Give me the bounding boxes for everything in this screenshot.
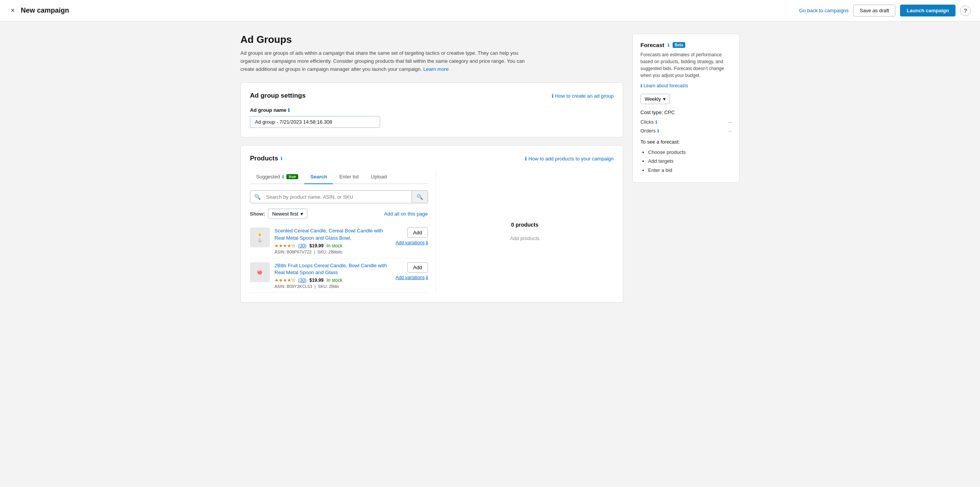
product-ids: ASIN: B08P67V7Z2 | SKU: 2Billsllc: [274, 250, 391, 254]
search-submit-button[interactable]: 🔍: [412, 191, 428, 203]
products-left: Suggested ℹ true Search Enter list Uploa…: [250, 170, 428, 293]
product-thumbnail-2: 🍬: [250, 262, 270, 282]
show-row: Show: Newest first ▾ Add all on this pag…: [250, 209, 428, 219]
product-actions: Add Add variations ℹ: [395, 227, 428, 245]
products-card-header: Products ℹ ℹ How to add products to your…: [250, 155, 614, 162]
forecast-header: Forecast ℹ Beta: [640, 42, 732, 48]
tab-suggested[interactable]: Suggested ℹ true: [250, 170, 304, 184]
products-title-group: Products ℹ: [250, 155, 283, 162]
info-icon-tab: ℹ: [282, 174, 284, 180]
products-tabs: Suggested ℹ true Search Enter list Uploa…: [250, 170, 428, 184]
product-stock-2: In stock: [327, 278, 342, 283]
products-card: Products ℹ ℹ How to add products to your…: [240, 145, 623, 302]
tab-search[interactable]: Search: [304, 170, 333, 184]
product-stock: In stock: [327, 243, 342, 248]
card-header: Ad group settings ℹ How to create an ad …: [250, 92, 614, 100]
forecast-description: Forecasts are estimates of performance b…: [640, 51, 732, 79]
product-info-2: 2Bills Fruit Loops Cereal Candle, Bowl C…: [274, 262, 391, 289]
forecast-card: Forecast ℹ Beta Forecasts are estimates …: [632, 34, 740, 183]
checklist-items: Choose products Add targets Enter a bid: [648, 148, 732, 175]
help-button[interactable]: ?: [960, 5, 971, 16]
sort-dropdown[interactable]: Newest first ▾: [268, 209, 307, 219]
info-icon-orders: ℹ: [657, 128, 659, 134]
product-info: Scented Cereal Candle, Cereal Bowl Candl…: [274, 227, 391, 254]
product-name-link[interactable]: Scented Cereal Candle, Cereal Bowl Candl…: [274, 227, 391, 241]
review-count-link[interactable]: (30): [298, 243, 306, 248]
product-thumbnail: 🕯️: [250, 227, 270, 247]
field-info-icon: ℹ: [288, 108, 290, 113]
products-info-icon: ℹ: [281, 156, 283, 161]
nav-left: × New campaign: [9, 5, 69, 16]
products-panel: Suggested ℹ true Search Enter list Uploa…: [250, 170, 614, 293]
ad-group-settings-card: Ad group settings ℹ How to create an ad …: [240, 82, 623, 137]
product-stars: ★★★★½: [274, 243, 295, 248]
page-header: Ad Groups Ad groups are groups of ads wi…: [240, 34, 623, 73]
add-all-link[interactable]: Add all on this page: [384, 211, 428, 217]
checklist-item: Choose products: [648, 148, 732, 157]
products-count: 0 products: [510, 222, 539, 228]
info-circle-icon: ℹ: [552, 93, 554, 99]
tab-upload[interactable]: Upload: [365, 170, 393, 184]
info-icon-clicks: ℹ: [655, 119, 657, 125]
go-back-link[interactable]: Go back to campaigns: [799, 8, 849, 13]
add-variations-link-2[interactable]: Add variations ℹ: [395, 275, 428, 280]
how-to-create-link[interactable]: ℹ How to create an ad group: [552, 93, 614, 99]
how-to-products-link[interactable]: ℹ How to add products to your campaign: [525, 156, 614, 162]
clicks-value: --: [728, 119, 732, 125]
add-variations-link[interactable]: Add variations ℹ: [395, 240, 428, 245]
main-content: Ad Groups Ad groups are groups of ads wi…: [222, 21, 758, 322]
cost-type: Cost type: CPC: [640, 109, 732, 115]
ad-group-name-input[interactable]: [250, 116, 380, 128]
tab-enter-list[interactable]: Enter list: [333, 170, 365, 184]
search-input[interactable]: [265, 191, 412, 203]
save-draft-button[interactable]: Save as draft: [853, 5, 896, 16]
review-count-link-2[interactable]: (30): [298, 278, 306, 283]
add-product-button-2[interactable]: Add: [407, 262, 428, 273]
orders-value: --: [728, 128, 732, 134]
checklist-item: Enter a bid: [648, 166, 732, 175]
nav-right: Go back to campaigns Save as draft Launc…: [799, 5, 971, 16]
list-item: 🍬 2Bills Fruit Loops Cereal Candle, Bowl…: [250, 258, 428, 293]
learn-more-link[interactable]: Learn more: [423, 66, 449, 72]
product-list: 🕯️ Scented Cereal Candle, Cereal Bowl Ca…: [250, 224, 428, 293]
info-icon-var: ℹ: [426, 240, 428, 245]
close-button[interactable]: ×: [9, 5, 16, 16]
search-bar: 🔍 🔍: [250, 190, 428, 203]
top-nav: × New campaign Go back to campaigns Save…: [0, 0, 980, 21]
list-item: 🕯️ Scented Cereal Candle, Cereal Bowl Ca…: [250, 224, 428, 258]
chevron-down-icon-weekly: ▾: [663, 96, 666, 102]
learn-forecasts-link[interactable]: ℹ Learn about forecasts: [640, 83, 688, 88]
checklist-item: Add targets: [648, 157, 732, 165]
launch-campaign-button[interactable]: Launch campaign: [900, 5, 956, 16]
add-product-button[interactable]: Add: [407, 227, 428, 238]
info-icon-forecast: ℹ: [668, 42, 670, 48]
page-description: Ad groups are groups of ads within a cam…: [240, 49, 531, 73]
product-ids-2: ASIN: B09Y2KCL53 | SKU: 2Bills: [274, 284, 391, 289]
chevron-down-icon: ▾: [301, 211, 303, 217]
sort-group: Show: Newest first ▾: [250, 209, 307, 219]
info-circle-icon-2: ℹ: [525, 156, 527, 162]
add-products-placeholder: Add products: [510, 235, 539, 241]
ad-group-settings-title: Ad group settings: [250, 92, 305, 100]
forecast-title: Forecast: [640, 42, 665, 48]
info-icon-var-2: ℹ: [426, 275, 428, 280]
sidebar: Forecast ℹ Beta Forecasts are estimates …: [632, 34, 740, 310]
clicks-metric: Clicks ℹ --: [640, 119, 732, 125]
products-card-title: Products: [250, 155, 278, 162]
nav-title: New campaign: [21, 7, 69, 15]
product-price-2: $19.99: [309, 278, 323, 283]
product-name-link-2[interactable]: 2Bills Fruit Loops Cereal Candle, Bowl C…: [274, 262, 391, 276]
content-area: Ad Groups Ad groups are groups of ads wi…: [240, 34, 623, 310]
products-right-panel: 0 products Add products: [436, 170, 614, 293]
beta-badge: Beta: [673, 42, 686, 48]
orders-metric: Orders ℹ --: [640, 128, 732, 134]
product-actions-2: Add Add variations ℹ: [395, 262, 428, 280]
empty-products: 0 products Add products: [510, 222, 539, 241]
info-icon-forecast-2: ℹ: [640, 83, 642, 88]
weekly-dropdown[interactable]: Weekly ▾: [640, 94, 670, 104]
page-title: Ad Groups: [240, 34, 623, 46]
product-price: $19.99: [309, 243, 323, 248]
forecast-checklist: To see a forecast: Choose products Add t…: [640, 139, 732, 175]
product-meta-2: ★★★★½ (30) $19.99 In stock: [274, 278, 391, 283]
ad-group-name-label: Ad group name ℹ: [250, 107, 614, 113]
